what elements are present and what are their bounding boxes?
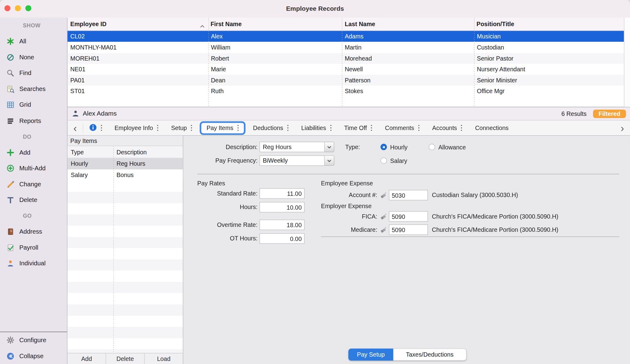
person-icon: [72, 110, 79, 117]
address-book-icon: [5, 228, 16, 236]
medicare-account-input[interactable]: [389, 224, 428, 235]
tab-time-off[interactable]: Time Off: [338, 121, 379, 135]
standard-rate-label: Standard Rate:: [193, 188, 257, 199]
tab-accounts[interactable]: Accounts: [426, 121, 469, 135]
column-header-first-name[interactable]: First Name: [210, 18, 241, 30]
standard-rate-input[interactable]: [260, 188, 305, 199]
table-scrollbar[interactable]: [624, 18, 630, 107]
none-circle-icon: [5, 53, 16, 62]
fica-lookup-icon[interactable]: [379, 212, 387, 220]
filtered-badge[interactable]: Filtered: [593, 109, 626, 118]
tab-menu-dots[interactable]: [101, 125, 102, 131]
tab-liabilities[interactable]: Liabilities: [295, 121, 337, 135]
delete-icon: [5, 196, 16, 204]
add-pay-item-button[interactable]: Add: [67, 353, 106, 364]
sidebar-item-change[interactable]: Change: [0, 176, 67, 192]
account-lookup-icon[interactable]: [379, 191, 387, 199]
medicare-label: Medicare:: [304, 224, 377, 235]
sidebar-item-configure[interactable]: Configure: [0, 332, 67, 348]
close-button[interactable]: [4, 5, 10, 11]
table-row[interactable]: ST01 Ruth Stokes Office Mgr: [67, 86, 624, 97]
sidebar-item-address[interactable]: Address: [0, 224, 67, 240]
sidebar-item-grid[interactable]: Grid: [0, 97, 67, 113]
tab-comments[interactable]: Comments: [379, 121, 426, 135]
sidebar-item-multi-add[interactable]: Multi-Add: [0, 160, 67, 176]
tab-menu-dots[interactable]: [157, 125, 158, 131]
table-row[interactable]: MONTHLY-MA01 William Martin Custodian: [67, 42, 624, 53]
sidebar-item-searches[interactable]: Searches: [0, 81, 67, 97]
type-radio-hourly[interactable]: Hourly: [381, 142, 408, 152]
zoom-button[interactable]: [25, 5, 31, 11]
sidebar-item-find[interactable]: Find: [0, 65, 67, 81]
tab-menu-dots[interactable]: [287, 125, 289, 131]
tab-menu-dots[interactable]: [330, 125, 331, 131]
radio-selected-icon[interactable]: [381, 144, 387, 150]
sidebar-item-collapse[interactable]: Collapse: [0, 348, 67, 364]
hours-input[interactable]: [260, 202, 305, 212]
column-header-description[interactable]: Description: [117, 146, 147, 158]
ot-hours-input[interactable]: [260, 233, 305, 244]
tab-menu-dots[interactable]: [371, 125, 372, 131]
tab-employee-info[interactable]: Employee Info: [108, 121, 165, 135]
delete-pay-item-button[interactable]: Delete: [106, 353, 145, 364]
overtime-rate-input[interactable]: [260, 220, 305, 230]
column-header-employee-id[interactable]: Employee ID: [70, 18, 107, 30]
sidebar-item-delete[interactable]: Delete: [0, 192, 67, 208]
tab-taxes-deductions[interactable]: Taxes/Deductions: [393, 349, 467, 361]
minimize-button[interactable]: [15, 5, 21, 11]
section-divider: [197, 174, 619, 174]
tab-deductions[interactable]: Deductions: [247, 121, 295, 135]
record-tab-bar: ‹ Employee Info Setup Pay Items Deductio…: [67, 121, 630, 136]
type-radio-salary[interactable]: Salary: [381, 155, 407, 166]
table-row[interactable]: CL02 Alex Adams Musician: [67, 31, 624, 42]
list-item[interactable]: Hourly Reg Hours: [67, 158, 183, 170]
table-row[interactable]: NE01 Marie Newell Nursery Attendant: [67, 64, 624, 75]
tab-info[interactable]: [83, 121, 108, 135]
window-controls: [4, 5, 31, 11]
table-row[interactable]: PA01 Dean Patterson Senior Minister: [67, 75, 624, 86]
description-dropdown[interactable]: Reg Hours: [260, 142, 334, 152]
plus-icon: [5, 148, 16, 157]
sidebar-item-payroll[interactable]: Payroll: [0, 240, 67, 256]
column-header-type[interactable]: Type: [71, 146, 84, 158]
radio-unselected-icon[interactable]: [381, 157, 387, 164]
type-label: Type:: [342, 142, 360, 152]
table-row[interactable]: MOREH01 Robert Morehead Senior Pastor: [67, 53, 624, 64]
sidebar-item-reports[interactable]: Reports: [0, 113, 67, 129]
pay-items-buttons: Add Delete Load: [67, 353, 183, 364]
chevron-down-icon[interactable]: [325, 155, 334, 166]
chevron-down-icon[interactable]: [325, 142, 334, 152]
individual-icon: [5, 259, 16, 268]
radio-unselected-icon[interactable]: [429, 144, 435, 150]
tab-menu-dots[interactable]: [237, 125, 239, 131]
tab-menu-dots[interactable]: [461, 125, 462, 131]
medicare-lookup-icon[interactable]: [379, 226, 387, 234]
results-count: 6 Results: [561, 110, 587, 117]
type-radio-allowance[interactable]: Allowance: [429, 142, 466, 152]
list-item[interactable]: Salary Bonus: [67, 169, 183, 181]
tab-setup[interactable]: Setup: [165, 121, 198, 135]
tab-connections[interactable]: Connections: [469, 121, 515, 135]
magnifier-icon: [5, 69, 16, 78]
employee-records-window: Employee Records SHOW All None Find Sear…: [0, 0, 630, 364]
tabs-forward-button[interactable]: ›: [615, 121, 630, 135]
pay-frequency-dropdown[interactable]: BiWeekly: [260, 155, 334, 166]
fica-account-input[interactable]: [389, 211, 428, 222]
tab-pay-items[interactable]: Pay Items: [200, 121, 245, 135]
sidebar-item-add[interactable]: Add: [0, 144, 67, 160]
load-pay-item-button[interactable]: Load: [145, 353, 183, 364]
sidebar-item-all[interactable]: All: [0, 34, 67, 49]
column-header-last-name[interactable]: Last Name: [345, 18, 375, 30]
tab-menu-dots[interactable]: [191, 125, 192, 131]
tab-pay-setup[interactable]: Pay Setup: [348, 349, 393, 361]
employee-rows: CL02 Alex Adams Musician MONTHLY-MA01 Wi…: [67, 31, 624, 97]
tabs-back-button[interactable]: ‹: [67, 121, 83, 135]
record-bar: Alex Adams 6 Results Filtered: [67, 107, 630, 121]
account-number-input[interactable]: [389, 190, 428, 200]
tab-menu-dots[interactable]: [418, 125, 419, 131]
sidebar-item-none[interactable]: None: [0, 49, 67, 65]
bottom-tab-group: Pay Setup Taxes/Deductions: [348, 349, 466, 361]
column-header-position[interactable]: Position/Title: [476, 18, 514, 30]
sidebar-item-individual[interactable]: Individual: [0, 255, 67, 271]
payroll-icon: [5, 243, 16, 252]
